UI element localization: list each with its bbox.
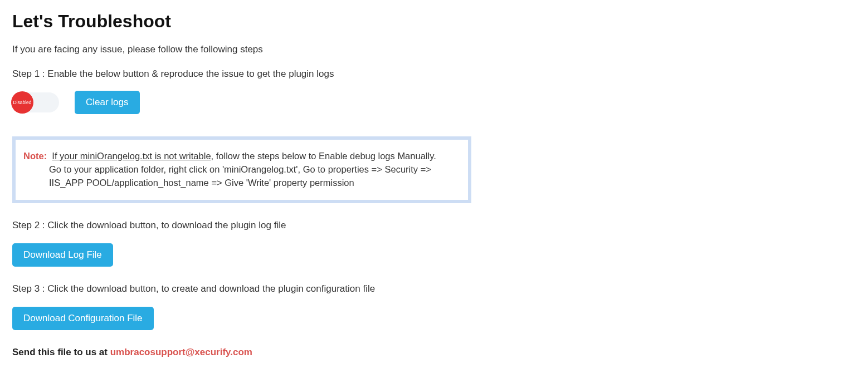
step3-text: Step 3 : Click the download button, to c… [12,283,856,294]
note-content: Note: If your miniOrangelog.txt is not w… [23,150,460,190]
step2-text: Step 2 : Click the download button, to d… [12,220,856,231]
send-file-text: Send this file to us at umbracosupport@x… [12,347,856,358]
support-email-link[interactable]: umbracosupport@xecurify.com [110,347,252,357]
note-line2: Go to your application folder, right cli… [49,163,460,190]
note-label: Note: [23,151,47,161]
logging-toggle[interactable]: Disabled [12,92,59,112]
step1-text: Step 1 : Enable the below button & repro… [12,68,856,80]
subtitle-text: If you are facing any issue, please foll… [12,44,856,55]
note-rest-text: , follow the steps below to Enable debug… [211,151,436,161]
page-title: Let's Troubleshoot [12,11,856,32]
download-config-button[interactable]: Download Configuration File [12,307,154,330]
toggle-knob: Disabled [11,91,33,114]
note-underline-text: If your miniOrangelog.txt is not writabl… [52,151,211,161]
download-log-button[interactable]: Download Log File [12,243,113,267]
toggle-row: Disabled Clear logs [12,91,856,114]
send-prefix: Send this file to us at [12,347,110,357]
clear-logs-button[interactable]: Clear logs [75,91,140,114]
note-box: Note: If your miniOrangelog.txt is not w… [12,136,471,203]
toggle-state-label: Disabled [13,100,31,105]
